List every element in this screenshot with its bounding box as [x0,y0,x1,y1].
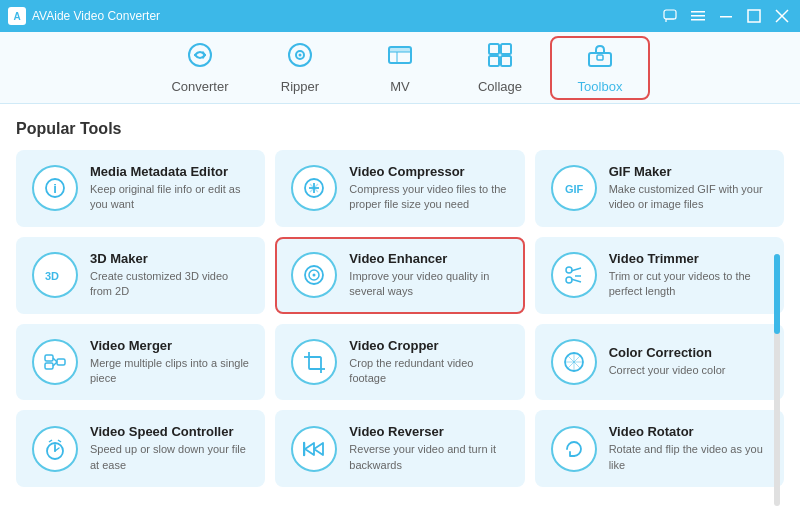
mv-icon [386,41,414,75]
svg-rect-1 [691,11,705,13]
app-logo: A [8,7,26,25]
video-enhancer-desc: Improve your video quality in several wa… [349,269,508,300]
video-trimmer-info: Video TrimmerTrim or cut your videos to … [609,251,768,300]
video-rotator-icon [551,426,597,472]
tool-card-video-compressor[interactable]: Video CompressorCompress your video file… [275,150,524,227]
gif-maker-info: GIF MakerMake customized GIF with your v… [609,164,768,213]
svg-rect-16 [489,44,499,54]
svg-rect-19 [501,56,511,66]
svg-rect-2 [691,15,705,17]
mv-label: MV [390,79,410,94]
media-metadata-editor-icon: i [32,165,78,211]
media-metadata-editor-info: Media Metadata EditorKeep original file … [90,164,249,213]
color-correction-desc: Correct your video color [609,363,726,378]
svg-rect-42 [309,357,321,369]
converter-label: Converter [171,79,228,94]
video-cropper-icon [291,339,337,385]
title-bar-left: A AVAide Video Converter [8,7,160,25]
tool-card-video-speed-controller[interactable]: Video Speed ControllerSpeed up or slow d… [16,410,265,487]
gif-maker-icon: GIF [551,165,597,211]
tab-collage[interactable]: Collage [450,36,550,100]
video-enhancer-info: Video EnhancerImprove your video quality… [349,251,508,300]
video-reverser-icon [291,426,337,472]
toolbox-label: Toolbox [578,79,623,94]
gif-maker-name: GIF Maker [609,164,768,179]
video-compressor-name: Video Compressor [349,164,508,179]
ripper-label: Ripper [281,79,319,94]
3d-maker-name: 3D Maker [90,251,249,266]
video-merger-name: Video Merger [90,338,249,353]
tab-toolbox[interactable]: Toolbox [550,36,650,100]
video-cropper-name: Video Cropper [349,338,508,353]
media-metadata-editor-name: Media Metadata Editor [90,164,249,179]
svg-rect-37 [45,355,53,361]
svg-point-31 [313,274,316,277]
video-trimmer-desc: Trim or cut your videos to the perfect l… [609,269,768,300]
svg-rect-18 [489,56,499,66]
menu-icon[interactable] [688,6,708,26]
color-correction-name: Color Correction [609,345,726,360]
app-title: AVAide Video Converter [32,9,160,23]
toolbar: Converter Ripper MV [0,32,800,104]
svg-line-52 [58,440,61,442]
video-trimmer-name: Video Trimmer [609,251,768,266]
tool-card-color-correction[interactable]: Color CorrectionCorrect your video color [535,324,784,401]
video-speed-controller-info: Video Speed ControllerSpeed up or slow d… [90,424,249,473]
svg-point-11 [299,54,302,57]
video-speed-controller-name: Video Speed Controller [90,424,249,439]
tab-mv[interactable]: MV [350,36,450,100]
video-reverser-desc: Reverse your video and turn it backwards [349,442,508,473]
video-compressor-icon [291,165,337,211]
color-correction-icon [551,339,597,385]
chat-icon[interactable] [660,6,680,26]
video-rotator-name: Video Rotator [609,424,768,439]
video-trimmer-icon [551,252,597,298]
video-merger-info: Video MergerMerge multiple clips into a … [90,338,249,387]
svg-rect-21 [597,55,603,60]
tool-card-3d-maker[interactable]: 3D3D MakerCreate customized 3D video fro… [16,237,265,314]
video-rotator-desc: Rotate and flip the video as you like [609,442,768,473]
tool-card-video-merger[interactable]: Video MergerMerge multiple clips into a … [16,324,265,401]
gif-maker-desc: Make customized GIF with your video or i… [609,182,768,213]
svg-rect-13 [389,47,411,52]
svg-rect-4 [720,16,732,18]
svg-rect-41 [57,359,65,365]
video-speed-controller-icon [32,426,78,472]
video-merger-icon [32,339,78,385]
tool-card-video-trimmer[interactable]: Video TrimmerTrim or cut your videos to … [535,237,784,314]
minimize-icon[interactable] [716,6,736,26]
3d-maker-icon: 3D [32,252,78,298]
maximize-icon[interactable] [744,6,764,26]
ripper-icon [286,41,314,75]
svg-point-32 [566,267,572,273]
tool-card-video-cropper[interactable]: Video CropperCrop the redundant video fo… [275,324,524,401]
video-enhancer-icon [291,252,337,298]
svg-marker-53 [305,443,314,455]
tool-card-gif-maker[interactable]: GIFGIF MakerMake customized GIF with you… [535,150,784,227]
tab-ripper[interactable]: Ripper [250,36,350,100]
svg-rect-0 [664,10,676,19]
video-rotator-info: Video RotatorRotate and flip the video a… [609,424,768,473]
content-wrapper: iMedia Metadata EditorKeep original file… [16,150,784,516]
tab-converter[interactable]: Converter [150,36,250,100]
video-merger-desc: Merge multiple clips into a single piece [90,356,249,387]
svg-text:3D: 3D [45,270,59,282]
tool-card-media-metadata-editor[interactable]: iMedia Metadata EditorKeep original file… [16,150,265,227]
scrollbar-track[interactable] [774,254,780,506]
video-cropper-info: Video CropperCrop the redundant video fo… [349,338,508,387]
tool-card-video-rotator[interactable]: Video RotatorRotate and flip the video a… [535,410,784,487]
video-cropper-desc: Crop the redundant video footage [349,356,508,387]
close-icon[interactable] [772,6,792,26]
svg-rect-17 [501,44,511,54]
tools-grid: iMedia Metadata EditorKeep original file… [16,150,784,487]
scrollbar-thumb[interactable] [774,254,780,334]
main-content: Popular Tools iMedia Metadata EditorKeep… [0,104,800,516]
tool-card-video-reverser[interactable]: Video ReverserReverse your video and tur… [275,410,524,487]
3d-maker-desc: Create customized 3D video from 2D [90,269,249,300]
tool-card-video-enhancer[interactable]: Video EnhancerImprove your video quality… [275,237,524,314]
svg-rect-38 [45,363,53,369]
svg-rect-5 [748,10,760,22]
3d-maker-info: 3D MakerCreate customized 3D video from … [90,251,249,300]
media-metadata-editor-desc: Keep original file info or edit as you w… [90,182,249,213]
video-speed-controller-desc: Speed up or slow down your file at ease [90,442,249,473]
